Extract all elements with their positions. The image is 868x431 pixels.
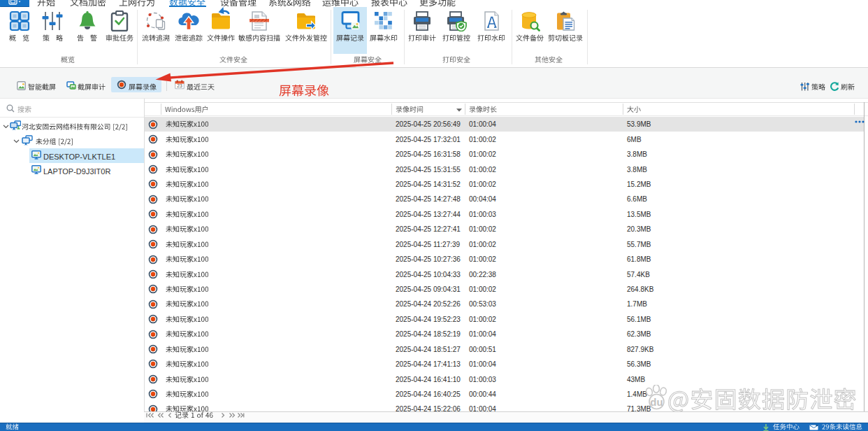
svg-text:du: du [650, 396, 663, 408]
